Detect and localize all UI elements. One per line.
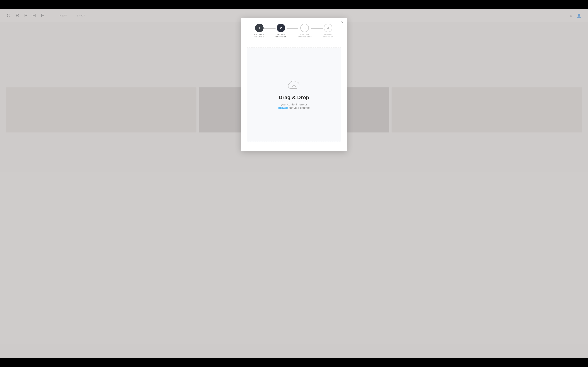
connector-2-3 (287, 28, 294, 29)
subtitle-end: for your content (289, 106, 294, 109)
cloud-upload-icon (288, 80, 294, 91)
step-1-label: CHOOSE SOURCE (254, 33, 264, 38)
drag-drop-title: Drag & Drop (279, 95, 294, 100)
step-1-circle: 1 (255, 24, 264, 32)
browse-link[interactable]: browse (278, 106, 289, 109)
subtitle-plain: your content here or (281, 103, 294, 106)
step-2: 2 SELECT CONTENT (275, 24, 287, 38)
modal-dialog: × 1 CHOOSE SOURCE 2 SELECT CONTENT (241, 18, 294, 151)
drag-drop-subtitle: your content here or browse for your con… (278, 103, 294, 109)
drop-zone[interactable]: Drag & Drop your content here or browse … (247, 48, 294, 142)
modal-body: Drag & Drop your content here or browse … (241, 43, 294, 147)
step-2-circle: 2 (277, 24, 285, 32)
connector-1-2 (264, 28, 275, 29)
step-1: 1 CHOOSE SOURCE (254, 24, 264, 38)
stepper: 1 CHOOSE SOURCE 2 SELECT CONTENT 3 (248, 23, 294, 39)
step-2-label: SELECT CONTENT (275, 33, 287, 38)
website-background: O R P H E NEW SHOP ⌕ 👤 SEE ALL MAKELIFE … (0, 9, 294, 184)
top-black-bar (0, 0, 294, 9)
modal-header: × 1 CHOOSE SOURCE 2 SELECT CONTENT (241, 18, 294, 43)
